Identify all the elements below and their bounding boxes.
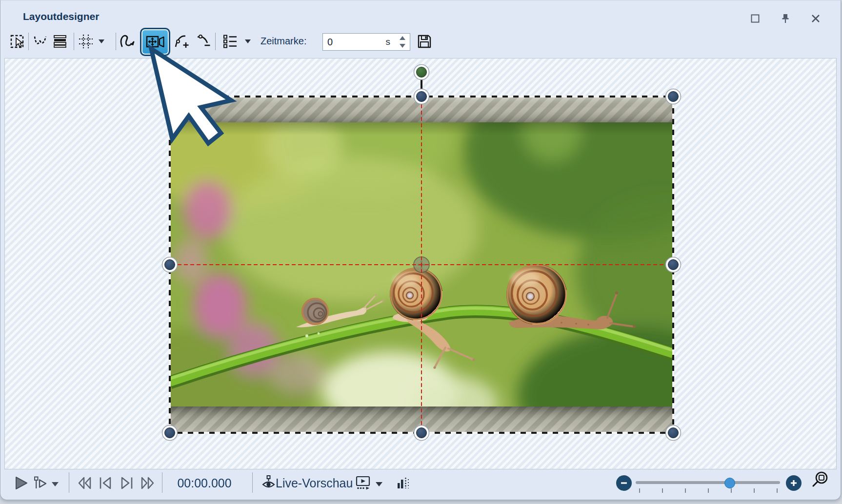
skip-to-end-icon (118, 475, 136, 491)
handle-bottom-left[interactable] (162, 426, 178, 441)
play-icon (13, 475, 29, 491)
zoom-slider-track[interactable] (636, 481, 780, 484)
grid-button[interactable] (76, 32, 96, 51)
caret-down-icon (400, 44, 405, 48)
rewind-button[interactable] (74, 472, 95, 494)
toolbar-separator (28, 33, 29, 50)
pin-button[interactable] (779, 12, 792, 25)
handle-top-center[interactable] (414, 89, 429, 104)
rewind-icon (76, 475, 93, 491)
zoom-slider-thumb[interactable] (724, 478, 735, 488)
zeitmarke-label: Zeitmarke: (261, 36, 306, 47)
live-preview-label: Live-Vorschau (276, 476, 353, 490)
object-list-dropdown[interactable] (243, 38, 253, 45)
keyframe-add-button[interactable] (172, 32, 192, 51)
camera-pan-button-active[interactable] (140, 28, 170, 56)
curve-icon (118, 32, 137, 51)
slider-tick (708, 488, 709, 493)
canvas-scene (5, 58, 838, 469)
slider-tick (777, 488, 778, 493)
camera-pan-icon (145, 33, 165, 51)
play-from-position-button[interactable] (30, 472, 51, 494)
toolbar-separator (74, 33, 74, 50)
timecode-display: 00:00.000 (172, 476, 237, 490)
close-button[interactable] (809, 12, 822, 25)
levels-icon (395, 475, 412, 491)
play-options-dropdown[interactable] (50, 480, 60, 488)
object-list-button[interactable] (221, 32, 240, 51)
skip-to-start-button[interactable] (95, 472, 116, 494)
layout-canvas[interactable] (4, 58, 837, 469)
select-marquee-icon (9, 33, 27, 50)
preview-options-dropdown[interactable] (374, 480, 384, 488)
chevron-down-icon (375, 481, 383, 487)
zeitmarke-spinner (397, 34, 408, 50)
toolbar-separator (215, 33, 216, 50)
handle-top-right[interactable] (666, 89, 681, 104)
skip-to-end-button[interactable] (116, 472, 138, 494)
slider-tick (754, 488, 755, 493)
toolbar-separator (252, 472, 253, 493)
keyframe-remove-icon (194, 32, 213, 51)
audio-levels-button[interactable] (393, 472, 414, 494)
eye-marker-icon (260, 474, 278, 492)
slider-tick (685, 488, 686, 493)
toolbar-separator (69, 472, 69, 493)
play-from-position-icon (32, 475, 49, 491)
zoom-out-button[interactable] (616, 475, 632, 491)
external-preview-button[interactable] (353, 472, 374, 494)
save-icon (416, 33, 433, 50)
zoom-in-button[interactable] (786, 475, 802, 491)
rotation-handle[interactable] (414, 65, 429, 80)
chevron-down-icon (244, 39, 252, 44)
motion-path-icon (32, 33, 49, 50)
pin-icon (780, 13, 791, 24)
minus-icon (620, 479, 628, 487)
chevron-down-icon (98, 39, 105, 44)
save-keyframe-button[interactable] (415, 32, 434, 51)
motion-path-button[interactable] (31, 32, 50, 51)
layer-order-icon (51, 33, 69, 50)
keyframe-add-icon (173, 32, 191, 51)
handle-mid-left[interactable] (162, 257, 178, 272)
handle-bottom-center[interactable] (414, 426, 429, 441)
slider-tick (662, 488, 663, 493)
grid-icon (77, 33, 95, 50)
handle-top-left[interactable] (162, 89, 178, 104)
slider-tick (639, 488, 640, 493)
chevron-down-icon (51, 481, 60, 487)
close-icon (810, 13, 821, 24)
fast-forward-icon (139, 475, 157, 491)
layoutdesigner-window: Layoutdesigner (0, 0, 841, 500)
play-button[interactable] (10, 472, 32, 494)
maximize-button[interactable] (749, 12, 762, 25)
handle-mid-right[interactable] (666, 257, 681, 272)
keyframe-remove-button[interactable] (194, 32, 213, 51)
zeitmarke-unit: s (386, 37, 391, 47)
plus-icon (790, 479, 798, 487)
fast-forward-button[interactable] (137, 472, 159, 494)
slider-tick (731, 488, 732, 493)
preview-window-icon (355, 474, 372, 492)
zeitmarke-input[interactable] (323, 34, 386, 50)
spin-up-button[interactable] (397, 34, 408, 42)
curve-mode-button[interactable] (118, 32, 137, 51)
spin-down-button[interactable] (397, 42, 408, 50)
skip-to-start-icon (97, 475, 114, 491)
object-list-icon (221, 33, 239, 50)
toolbar-separator (162, 472, 162, 493)
magnifier-icon (810, 469, 830, 491)
caret-up-icon (400, 36, 405, 40)
grid-dropdown[interactable] (97, 38, 106, 45)
layer-order-button[interactable] (50, 32, 70, 51)
page-title: Layoutdesigner (23, 11, 99, 22)
toolbar-separator (116, 33, 116, 50)
select-tool-button[interactable] (8, 32, 28, 51)
zeitmarke-field: s (322, 33, 410, 51)
handle-bottom-right[interactable] (666, 426, 681, 441)
maximize-icon (750, 14, 760, 23)
zoom-fit-button[interactable] (809, 469, 831, 491)
